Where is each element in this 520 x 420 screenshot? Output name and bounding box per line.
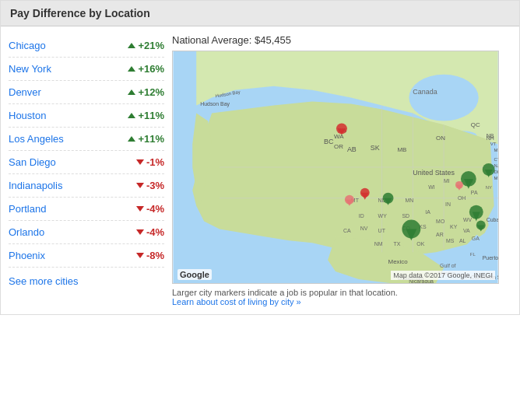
svg-text:TX: TX [394,241,401,247]
city-name-link[interactable]: Phoenix [9,250,45,261]
pct-value: +21% [138,40,164,51]
map-container: Canada AB BC SK MB ON QC NB United State… [172,51,499,284]
city-percentage: -3% [136,180,164,191]
widget-header: Pay Difference by Location [1,1,519,26]
svg-text:OR: OR [334,143,343,150]
svg-text:MI: MI [444,178,450,184]
city-name-link[interactable]: Houston [9,110,46,121]
pct-value: +11% [138,110,164,121]
city-row: New York+16% [9,58,164,81]
arrow-up-icon [128,89,135,95]
svg-text:MD: MD [494,176,498,180]
city-name-link[interactable]: Denver [9,86,41,98]
svg-point-1 [409,75,478,121]
arrow-down-icon [136,159,144,165]
city-row: Los Angeles+11% [9,128,164,151]
see-more-link[interactable]: See more cities [9,275,79,287]
svg-text:WV: WV [463,217,473,222]
svg-text:MB: MB [397,146,406,153]
pct-value: -1% [146,156,164,168]
svg-text:Hudson Bay: Hudson Bay [200,101,230,107]
city-percentage: -1% [136,156,164,168]
svg-text:Gulf of: Gulf of [440,263,456,268]
svg-point-80 [336,123,347,134]
svg-text:ID: ID [359,213,364,219]
city-percentage: +12% [128,86,164,98]
city-row: Indianapolis-3% [9,174,164,198]
svg-text:OH: OH [458,195,466,201]
learn-more-link[interactable]: Learn about cost of living by city » [172,297,301,306]
city-percentage: -4% [136,203,164,215]
pct-value: -3% [146,180,164,191]
pct-value: +12% [138,86,164,98]
pct-value: -4% [146,203,164,215]
national-average: National Average: $45,455 [172,34,511,46]
city-percentage: +16% [128,63,164,75]
widget-title: Pay Difference by Location [10,7,150,19]
svg-text:MN: MN [405,198,413,203]
svg-text:MS: MS [446,238,455,243]
svg-text:CT: CT [494,157,498,162]
city-name-link[interactable]: Chicago [9,40,46,51]
pct-value: -4% [146,226,164,238]
city-name-link[interactable]: Orlando [9,226,44,238]
svg-text:AL: AL [459,238,466,243]
arrow-up-icon [128,113,135,118]
city-name-link[interactable]: Portland [9,203,46,215]
arrow-up-icon [128,136,135,142]
svg-text:ON: ON [436,135,445,142]
svg-text:FL: FL [470,252,476,257]
svg-text:NY: NY [486,185,492,190]
arrow-down-icon [136,229,144,235]
city-list: Chicago+21%New York+16%Denver+12%Houston… [9,34,164,268]
city-row: Portland-4% [9,198,164,221]
svg-text:WI: WI [428,184,435,190]
city-row: Orlando-4% [9,221,164,244]
svg-text:United States: United States [413,169,455,177]
city-row: San Diego-1% [9,151,164,174]
city-percentage: +11% [128,133,164,145]
map-svg: Canada AB BC SK MB ON QC NB United State… [173,51,498,283]
city-row: Denver+12% [9,81,164,104]
svg-text:KY: KY [450,224,458,229]
city-list-panel: Chicago+21%New York+16%Denver+12%Houston… [9,34,164,306]
city-percentage: +11% [128,110,164,121]
see-more-section: See more cities [9,268,164,291]
svg-text:WY: WY [378,213,388,219]
city-name-link[interactable]: Los Angeles [9,133,64,145]
pct-value: -8% [146,250,164,261]
svg-text:Canada: Canada [413,88,437,96]
svg-text:MO: MO [436,219,445,224]
svg-point-84 [345,195,354,205]
svg-text:ME: ME [494,148,498,152]
city-name-link[interactable]: Indianapolis [9,180,62,191]
svg-text:Puerto Rico: Puerto Rico [483,255,498,261]
svg-text:AR: AR [436,232,444,237]
city-row: Phoenix-8% [9,244,164,268]
svg-text:Cuba: Cuba [487,217,498,222]
svg-text:UT: UT [378,228,386,233]
svg-text:SK: SK [371,144,380,152]
city-name-link[interactable]: New York [9,63,51,75]
svg-text:NV: NV [360,226,368,231]
svg-text:VA: VA [463,228,470,233]
arrow-up-icon [128,43,135,48]
city-name-link[interactable]: San Diego [9,156,56,168]
svg-text:PA: PA [471,190,478,195]
city-percentage: -4% [136,226,164,238]
svg-text:OK: OK [416,241,424,247]
svg-text:BC: BC [324,138,334,145]
map-data-credit: Map data ©2017 Google, INEGI [391,271,495,280]
svg-text:CA: CA [343,228,351,233]
svg-text:NH: NH [487,135,494,141]
svg-text:QC: QC [471,121,480,128]
svg-text:WA: WA [334,133,344,140]
google-logo: Google [177,269,212,280]
map-caption-text: Larger city markers indicate a job is po… [172,288,398,297]
svg-text:IN: IN [445,201,451,207]
svg-text:NJ: NJ [494,163,498,168]
widget-body: Chicago+21%New York+16%Denver+12%Houston… [1,26,519,314]
pct-value: +16% [138,63,164,75]
svg-text:Mexico: Mexico [388,258,409,265]
pct-value: +11% [138,133,164,145]
